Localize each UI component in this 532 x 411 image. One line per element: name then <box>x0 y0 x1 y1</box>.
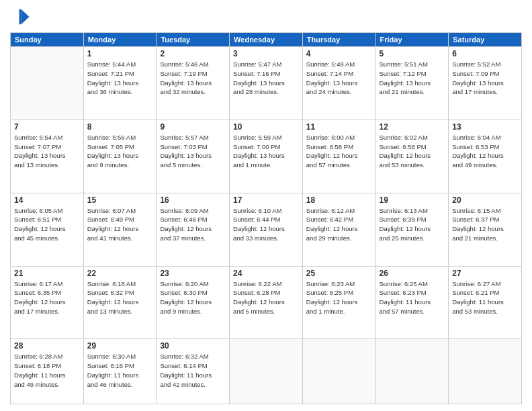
calendar-cell: 3Sunrise: 5:47 AMSunset: 7:16 PMDaylight… <box>230 47 303 120</box>
calendar-cell: 1Sunrise: 5:44 AMSunset: 7:21 PMDaylight… <box>83 47 157 120</box>
day-number: 21 <box>14 269 80 278</box>
day-number: 14 <box>14 195 80 205</box>
day-info: Sunrise: 6:15 AMSunset: 6:37 PMDaylight:… <box>452 206 518 243</box>
day-number: 12 <box>380 122 445 132</box>
calendar-cell: 6Sunrise: 5:52 AMSunset: 7:09 PMDaylight… <box>449 47 522 120</box>
calendar-cell: 29Sunrise: 6:30 AMSunset: 6:16 PMDayligh… <box>83 339 157 404</box>
calendar-cell: 18Sunrise: 6:12 AMSunset: 6:42 PMDayligh… <box>302 193 375 266</box>
day-number: 13 <box>452 122 518 132</box>
weekday-header-friday: Friday <box>375 33 449 47</box>
calendar-cell <box>449 339 522 404</box>
day-number: 2 <box>160 49 226 58</box>
weekday-header-sunday: Sunday <box>11 33 84 47</box>
day-number: 4 <box>306 49 372 58</box>
day-number: 6 <box>452 49 518 58</box>
day-info: Sunrise: 5:52 AMSunset: 7:09 PMDaylight:… <box>452 60 518 97</box>
day-info: Sunrise: 6:22 AMSunset: 6:28 PMDaylight:… <box>233 279 299 316</box>
calendar-cell: 8Sunrise: 5:56 AMSunset: 7:05 PMDaylight… <box>83 120 157 193</box>
calendar-cell <box>11 47 84 120</box>
day-info: Sunrise: 6:25 AMSunset: 6:23 PMDaylight:… <box>380 279 445 316</box>
calendar-cell: 14Sunrise: 6:05 AMSunset: 6:51 PMDayligh… <box>11 193 84 266</box>
day-number: 1 <box>87 49 153 58</box>
day-info: Sunrise: 6:30 AMSunset: 6:16 PMDaylight:… <box>87 352 153 389</box>
calendar-cell: 30Sunrise: 6:32 AMSunset: 6:14 PMDayligh… <box>157 339 230 404</box>
calendar-cell: 11Sunrise: 6:00 AMSunset: 6:58 PMDayligh… <box>302 120 375 193</box>
day-number: 7 <box>14 122 80 132</box>
calendar-cell: 28Sunrise: 6:28 AMSunset: 6:18 PMDayligh… <box>11 339 84 404</box>
calendar-cell: 19Sunrise: 6:13 AMSunset: 6:39 PMDayligh… <box>375 193 449 266</box>
day-info: Sunrise: 5:56 AMSunset: 7:05 PMDaylight:… <box>87 133 153 170</box>
calendar-cell: 26Sunrise: 6:25 AMSunset: 6:23 PMDayligh… <box>375 266 449 339</box>
day-number: 26 <box>380 269 445 278</box>
day-info: Sunrise: 6:05 AMSunset: 6:51 PMDaylight:… <box>14 206 80 243</box>
day-info: Sunrise: 6:27 AMSunset: 6:21 PMDaylight:… <box>452 279 518 316</box>
day-info: Sunrise: 6:04 AMSunset: 6:53 PMDaylight:… <box>452 133 518 170</box>
calendar-cell: 24Sunrise: 6:22 AMSunset: 6:28 PMDayligh… <box>230 266 303 339</box>
day-info: Sunrise: 6:17 AMSunset: 6:35 PMDaylight:… <box>14 279 80 316</box>
day-info: Sunrise: 6:09 AMSunset: 6:46 PMDaylight:… <box>160 206 226 243</box>
day-number: 30 <box>160 341 226 351</box>
calendar-cell: 4Sunrise: 5:49 AMSunset: 7:14 PMDaylight… <box>302 47 375 120</box>
day-info: Sunrise: 6:12 AMSunset: 6:42 PMDaylight:… <box>306 206 372 243</box>
day-info: Sunrise: 5:57 AMSunset: 7:03 PMDaylight:… <box>160 133 226 170</box>
calendar-cell: 16Sunrise: 6:09 AMSunset: 6:46 PMDayligh… <box>157 193 230 266</box>
page: SundayMondayTuesdayWednesdayThursdayFrid… <box>0 0 532 411</box>
weekday-header-thursday: Thursday <box>302 33 375 47</box>
day-info: Sunrise: 6:10 AMSunset: 6:44 PMDaylight:… <box>233 206 299 243</box>
calendar-week-row: 7Sunrise: 5:54 AMSunset: 7:07 PMDaylight… <box>11 120 522 193</box>
day-number: 29 <box>87 341 153 351</box>
day-info: Sunrise: 5:59 AMSunset: 7:00 PMDaylight:… <box>233 133 299 170</box>
day-number: 8 <box>87 122 153 132</box>
day-info: Sunrise: 6:20 AMSunset: 6:30 PMDaylight:… <box>160 279 226 316</box>
day-info: Sunrise: 5:47 AMSunset: 7:16 PMDaylight:… <box>233 60 299 97</box>
calendar-cell: 20Sunrise: 6:15 AMSunset: 6:37 PMDayligh… <box>449 193 522 266</box>
day-info: Sunrise: 6:28 AMSunset: 6:18 PMDaylight:… <box>14 352 80 389</box>
calendar-cell: 13Sunrise: 6:04 AMSunset: 6:53 PMDayligh… <box>449 120 522 193</box>
day-info: Sunrise: 5:46 AMSunset: 7:19 PMDaylight:… <box>160 60 226 97</box>
day-number: 20 <box>452 195 518 205</box>
calendar-cell: 12Sunrise: 6:02 AMSunset: 6:56 PMDayligh… <box>375 120 449 193</box>
calendar-cell: 17Sunrise: 6:10 AMSunset: 6:44 PMDayligh… <box>230 193 303 266</box>
weekday-header-monday: Monday <box>83 33 157 47</box>
day-info: Sunrise: 5:49 AMSunset: 7:14 PMDaylight:… <box>306 60 372 97</box>
day-number: 27 <box>452 269 518 278</box>
day-info: Sunrise: 6:13 AMSunset: 6:39 PMDaylight:… <box>380 206 445 243</box>
day-number: 19 <box>380 195 445 205</box>
day-number: 23 <box>160 269 226 278</box>
day-info: Sunrise: 6:23 AMSunset: 6:25 PMDaylight:… <box>306 279 372 316</box>
day-number: 11 <box>306 122 372 132</box>
logo <box>10 7 33 27</box>
day-number: 25 <box>306 269 372 278</box>
calendar-cell: 27Sunrise: 6:27 AMSunset: 6:21 PMDayligh… <box>449 266 522 339</box>
day-number: 28 <box>14 341 80 351</box>
day-number: 3 <box>233 49 299 58</box>
day-info: Sunrise: 5:44 AMSunset: 7:21 PMDaylight:… <box>87 60 153 97</box>
weekday-header-wednesday: Wednesday <box>230 33 303 47</box>
day-number: 15 <box>87 195 153 205</box>
calendar-cell <box>375 339 449 404</box>
day-number: 22 <box>87 269 153 278</box>
weekday-header-saturday: Saturday <box>449 33 522 47</box>
logo-icon <box>10 7 30 27</box>
calendar-cell: 22Sunrise: 6:18 AMSunset: 6:32 PMDayligh… <box>83 266 157 339</box>
calendar-cell: 25Sunrise: 6:23 AMSunset: 6:25 PMDayligh… <box>302 266 375 339</box>
calendar-week-row: 14Sunrise: 6:05 AMSunset: 6:51 PMDayligh… <box>11 193 522 266</box>
calendar-cell: 15Sunrise: 6:07 AMSunset: 6:49 PMDayligh… <box>83 193 157 266</box>
calendar-week-row: 28Sunrise: 6:28 AMSunset: 6:18 PMDayligh… <box>11 339 522 404</box>
day-info: Sunrise: 5:51 AMSunset: 7:12 PMDaylight:… <box>380 60 445 97</box>
svg-marker-0 <box>21 9 30 25</box>
day-info: Sunrise: 6:32 AMSunset: 6:14 PMDaylight:… <box>160 352 226 389</box>
calendar-cell <box>230 339 303 404</box>
day-number: 9 <box>160 122 226 132</box>
svg-marker-1 <box>19 9 21 25</box>
day-number: 18 <box>306 195 372 205</box>
weekday-header-tuesday: Tuesday <box>157 33 230 47</box>
calendar-body: 1Sunrise: 5:44 AMSunset: 7:21 PMDaylight… <box>11 47 522 404</box>
calendar-cell: 2Sunrise: 5:46 AMSunset: 7:19 PMDaylight… <box>157 47 230 120</box>
day-number: 17 <box>233 195 299 205</box>
weekday-header-row: SundayMondayTuesdayWednesdayThursdayFrid… <box>11 33 522 47</box>
calendar: SundayMondayTuesdayWednesdayThursdayFrid… <box>10 32 522 404</box>
calendar-week-row: 21Sunrise: 6:17 AMSunset: 6:35 PMDayligh… <box>11 266 522 339</box>
header <box>10 7 522 27</box>
calendar-cell: 5Sunrise: 5:51 AMSunset: 7:12 PMDaylight… <box>375 47 449 120</box>
